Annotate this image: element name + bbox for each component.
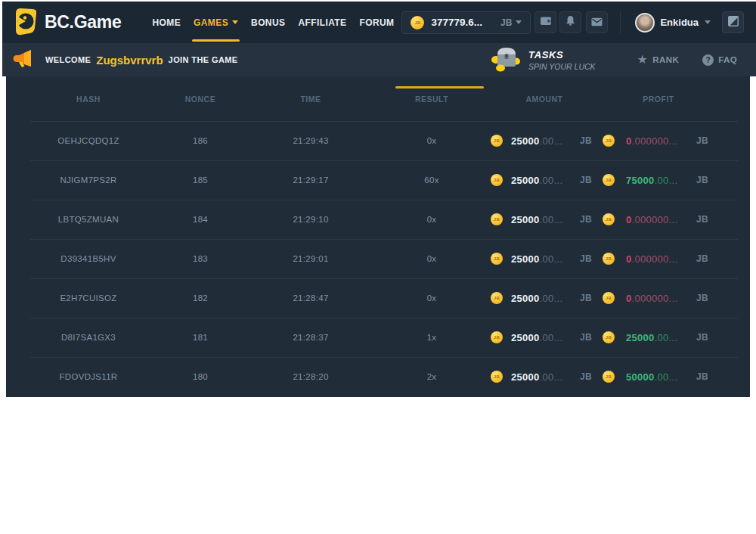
mail-icon — [591, 16, 603, 29]
wallet-icon — [540, 15, 552, 29]
tasks-text: TASKS SPIN YOUR LUCK — [528, 49, 596, 71]
currency-label: JB — [580, 371, 592, 382]
table-row[interactable]: D8I7SA1GX3 181 21:28:37 1x JB 25000.00..… — [6, 318, 750, 357]
star-icon: ★ — [637, 54, 649, 66]
jb-coin-icon: JB — [491, 213, 503, 225]
bet-time: 21:28:47 — [230, 293, 392, 303]
treasure-chest-icon — [490, 45, 522, 75]
bet-profit: JB 50000.00... JB — [597, 371, 750, 383]
profit-value: 25000.00... — [626, 332, 677, 343]
user-name: Enkidua — [660, 17, 699, 28]
bet-time: 21:28:20 — [230, 372, 392, 381]
bet-hash: NJIGM7PS2R — [6, 175, 171, 185]
jb-coin-icon: JB — [491, 292, 503, 304]
bell-icon — [565, 15, 576, 29]
navbar-right: JB 377779.6... JB — [401, 11, 756, 34]
table-row[interactable]: E2H7CUISOZ 182 21:28:47 0x JB 25000.00..… — [6, 278, 750, 318]
amount-value: 25000.00... — [511, 214, 562, 225]
messages-button[interactable] — [586, 11, 608, 33]
avatar — [635, 13, 655, 33]
user-menu[interactable]: Enkidua — [635, 13, 711, 33]
page: BC.Game HOME GAMES BONUS AFFILIATE FORUM… — [2, 2, 756, 397]
jb-coin-icon: JB — [491, 135, 503, 147]
notifications-button[interactable] — [559, 11, 581, 33]
faq-label: FAQ — [718, 55, 737, 64]
currency-label: JB — [696, 371, 708, 382]
balance-value: 377779.6... — [431, 17, 482, 28]
bet-hash: OEHJCQDQ1Z — [6, 136, 171, 145]
bet-hash: D8I7SA1GX3 — [6, 333, 171, 342]
bet-nonce: 180 — [171, 372, 230, 381]
brand-name: BC.Game — [45, 12, 121, 33]
brand-logo[interactable]: BC.Game — [12, 7, 121, 39]
bet-result: 0x — [392, 136, 472, 145]
table-header-row: HASH NONCE TIME RESULT AMOUNT PROFIT — [6, 76, 750, 121]
table-row[interactable]: LBTQ5ZMUAN 184 21:29:10 0x JB 25000.00..… — [6, 200, 750, 239]
bet-profit: JB 0.000000... JB — [597, 213, 750, 225]
currency-label: JB — [580, 214, 592, 225]
bet-profit: JB 0.000000... JB — [597, 135, 750, 147]
bet-time: 21:29:17 — [230, 175, 392, 185]
rank-label: RANK — [652, 55, 679, 64]
bet-nonce: 181 — [171, 333, 230, 342]
bet-time: 21:28:37 — [230, 333, 392, 342]
balance-currency-label: JB — [500, 17, 512, 28]
navbar: BC.Game HOME GAMES BONUS AFFILIATE FORUM… — [2, 2, 756, 43]
table-row[interactable]: NJIGM7PS2R 185 21:29:17 60x JB 25000.00.… — [6, 160, 750, 200]
nav-link-bonus[interactable]: BONUS — [251, 2, 285, 43]
welcome-prefix: WELCOME — [45, 55, 91, 64]
bet-nonce: 183 — [171, 254, 230, 263]
main-nav: HOME GAMES BONUS AFFILIATE FORUM — [152, 2, 394, 43]
wallet-button[interactable] — [534, 11, 556, 33]
bet-result: 0x — [392, 215, 472, 224]
faq-link[interactable]: ? FAQ — [702, 54, 737, 66]
nav-link-games-label: GAMES — [194, 17, 228, 28]
jb-coin-icon: JB — [603, 331, 615, 343]
bet-result: 0x — [392, 293, 472, 303]
nav-link-affiliate[interactable]: AFFILIATE — [298, 2, 346, 43]
question-icon: ? — [702, 54, 714, 66]
bet-amount: JB 25000.00... JB — [472, 213, 597, 225]
bet-hash: E2H7CUISOZ — [6, 293, 171, 303]
nav-link-home[interactable]: HOME — [152, 2, 181, 43]
tasks-widget[interactable]: TASKS SPIN YOUR LUCK — [490, 45, 596, 75]
profit-value: 75000.00... — [626, 175, 677, 186]
jb-coin-icon: JB — [603, 371, 615, 383]
table-row[interactable]: OEHJCQDQ1Z 186 21:29:43 0x JB 25000.00..… — [6, 121, 750, 160]
currency-label: JB — [580, 175, 592, 185]
jb-coin-icon: JB — [603, 174, 615, 186]
amount-value: 25000.00... — [511, 135, 562, 147]
megaphone-icon — [13, 48, 34, 71]
jb-coin-icon: JB — [411, 16, 424, 29]
bet-result: 2x — [392, 372, 472, 381]
nav-link-forum[interactable]: FORUM — [359, 2, 394, 43]
balance-selector[interactable]: JB 377779.6... JB — [401, 11, 531, 34]
header-profit: PROFIT — [597, 95, 750, 104]
bet-time: 21:29:01 — [230, 254, 392, 263]
table-row[interactable]: FDOVDJS11R 180 21:28:20 2x JB 25000.00..… — [6, 357, 750, 396]
chevron-down-icon — [516, 20, 522, 24]
bet-amount: JB 25000.00... JB — [472, 135, 597, 147]
bet-nonce: 185 — [171, 175, 230, 185]
currency-label: JB — [580, 135, 592, 146]
rank-link[interactable]: ★ RANK — [637, 54, 680, 66]
currency-label: JB — [580, 332, 592, 343]
tasks-subtitle: SPIN YOUR LUCK — [528, 62, 596, 71]
header-hash: HASH — [6, 95, 171, 104]
nav-link-games[interactable]: GAMES — [194, 2, 238, 43]
amount-value: 25000.00... — [511, 371, 562, 383]
jb-coin-icon: JB — [603, 135, 615, 147]
banner-right: TASKS SPIN YOUR LUCK ★ RANK ? FAQ — [490, 45, 756, 75]
bet-amount: JB 25000.00... JB — [472, 331, 597, 343]
bet-hash: FDOVDJS11R — [6, 372, 171, 381]
jb-coin-icon: JB — [491, 253, 503, 265]
chat-button[interactable] — [722, 11, 744, 33]
profit-value: 0.000000... — [626, 293, 677, 304]
jb-coin-icon: JB — [491, 174, 503, 186]
table-row[interactable]: D39341B5HV 183 21:29:01 0x JB 25000.00..… — [6, 239, 750, 278]
tasks-title: TASKS — [528, 49, 596, 61]
header-amount: AMOUNT — [472, 95, 597, 104]
bet-nonce: 186 — [171, 136, 230, 145]
currency-label: JB — [696, 175, 708, 185]
bet-result: 60x — [392, 175, 472, 185]
